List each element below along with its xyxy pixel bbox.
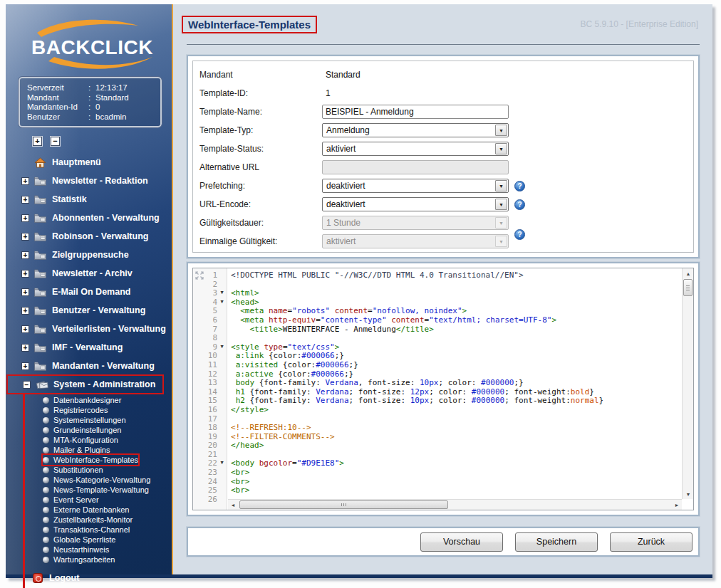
tree-toggle-icon[interactable]: +	[21, 251, 29, 259]
fold-arrow-icon[interactable]: ▼	[217, 288, 227, 298]
select-value: deaktiviert	[326, 181, 365, 191]
sidebar-item-zielgruppensuche[interactable]: +Zielgruppensuche	[6, 246, 172, 264]
fold-arrow-icon[interactable]: ▼	[217, 458, 227, 468]
scroll-right-icon[interactable]: ►	[672, 500, 682, 510]
sidebar-subitem-mta-konfiguration[interactable]: MTA-Konfiguration	[43, 435, 118, 445]
sidebar-item-label: Hauptmenü	[52, 157, 101, 167]
submenu-row: Mailer & Plugins	[6, 445, 172, 455]
form-label: Template-ID:	[193, 88, 322, 98]
text-input[interactable]	[322, 105, 509, 119]
select-dropdown[interactable]: aktiviert▼	[322, 142, 509, 156]
tree-toggle-icon[interactable]: +	[21, 288, 29, 296]
folder-icon	[34, 269, 47, 278]
scroll-up-icon[interactable]: ▲	[683, 268, 693, 278]
gutter-line: 25	[193, 485, 227, 495]
sidebar-subitem-globale-sperrliste[interactable]: Globale Sperrliste	[43, 535, 115, 545]
help-icon[interactable]: ?	[514, 181, 525, 191]
expand-all-icon[interactable]: +	[33, 137, 42, 146]
form-label: Alternative URL	[193, 162, 322, 172]
fold-arrow-icon[interactable]: ▼	[217, 298, 227, 307]
sidebar-subitem-transaktions-channel[interactable]: Transaktions-Channel	[43, 525, 130, 535]
select-disabled: aktiviert▼	[322, 234, 509, 248]
horizontal-scroll-thumb[interactable]	[239, 500, 448, 509]
sidebar-subitem-news-kategorie-verwaltung[interactable]: News-Kategorie-Verwaltung	[43, 475, 150, 485]
fullscreen-icon[interactable]	[195, 271, 204, 280]
sidebar-subitem-zustellbarkeits-monitor[interactable]: Zustellbarkeits-Monitor	[43, 515, 133, 525]
code-text-area[interactable]: <!DOCTYPE HTML PUBLIC "-//W3C//DTD HTML …	[228, 268, 682, 499]
sidebar-item-mandanten-verwaltung[interactable]: +Mandanten - Verwaltung	[6, 357, 172, 375]
sidebar-item-system-administration[interactable]: −System - Administration	[7, 375, 163, 394]
gutter-line: 21	[193, 450, 227, 459]
tree-toggle-icon[interactable]: +	[21, 233, 29, 241]
fold-arrow-icon[interactable]: ▼	[217, 342, 227, 352]
sidebar-subitem-news-template-verwaltung[interactable]: News-Template-Verwaltung	[43, 485, 149, 495]
vorschau-button[interactable]: Vorschau	[420, 532, 503, 552]
tree-toggle-icon[interactable]: +	[21, 362, 29, 370]
sidebar-item-imf-verwaltung[interactable]: +IMF - Verwaltung	[6, 338, 172, 357]
form-label: Einmalige Gültigkeit:	[193, 236, 322, 246]
sidebar-subitem-neustarthinweis[interactable]: Neustarthinweis	[43, 545, 109, 555]
main-menu: Hauptmenü+Newsletter - Redaktion+Statist…	[6, 153, 172, 565]
scroll-down-icon[interactable]: ▼	[683, 489, 693, 499]
sidebar-item-hauptmenü[interactable]: Hauptmenü	[6, 153, 172, 172]
server-info-value: Standard	[95, 93, 129, 103]
bullet-icon	[43, 417, 49, 424]
tree-toggle-icon[interactable]: +	[21, 214, 29, 222]
bullet-icon	[43, 557, 49, 563]
sidebar-item-abonnenten-verwaltung[interactable]: +Abonnenten - Verwaltung	[6, 209, 172, 227]
sidebar-subitem-wartungsarbeiten[interactable]: Wartungsarbeiten	[43, 555, 115, 565]
sidebar-subitem-webinterface-templates[interactable]: WebInterface-Templates	[43, 455, 138, 465]
tree-toggle-icon[interactable]: +	[21, 307, 29, 315]
scroll-left-icon[interactable]: ◄	[228, 500, 238, 510]
form-row: URL-Encode:deaktiviert▼?	[193, 195, 693, 214]
tree-toggle-icon[interactable]: +	[21, 196, 29, 204]
sidebar-item-newsletter-archiv[interactable]: +Newsletter - Archiv	[6, 264, 172, 283]
select-dropdown[interactable]: deaktiviert▼	[322, 197, 509, 211]
help-icon[interactable]: ?	[514, 199, 525, 210]
tree-toggle-icon[interactable]: +	[21, 177, 29, 185]
collapse-all-icon[interactable]: −	[51, 137, 60, 146]
editor-horizontal-scrollbar[interactable]: ◄ ►	[228, 499, 682, 510]
sidebar-subitem-substitutionen[interactable]: Substitutionen	[43, 465, 103, 475]
tree-toggle-icon[interactable]: −	[23, 381, 31, 389]
line-number: 21	[194, 450, 217, 459]
sidebar-item-robinson-verwaltung[interactable]: +Robinson - Verwaltung	[6, 227, 172, 246]
tree-toggle-icon[interactable]: +	[21, 344, 29, 352]
help-icon[interactable]: ?	[514, 229, 525, 240]
vertical-scroll-thumb[interactable]	[683, 279, 693, 296]
tree-toggle-icon[interactable]: +	[21, 325, 29, 333]
sidebar-subitem-datenbankdesigner[interactable]: Datenbankdesigner	[43, 395, 121, 405]
footer-buttons: VorschauSpeichernZurück	[187, 527, 700, 557]
code-line: h1 {font-family: Verdana; font-size: 12p…	[231, 387, 682, 397]
subitem-label: Globale Sperrliste	[53, 535, 115, 544]
sidebar-item-statistik[interactable]: +Statistik	[6, 190, 172, 209]
form-control: 1 Stunde▼?	[322, 216, 509, 230]
sidebar-subitem-grundeinstellungen[interactable]: Grundeinstellungen	[43, 425, 121, 435]
sidebar-subitem-mailer-plugins[interactable]: Mailer & Plugins	[43, 445, 110, 455]
sidebar-subitem-externe-datenbanken[interactable]: Externe Datenbanken	[43, 505, 129, 515]
code-line: <!--FILTER-COMMENTS-->	[231, 432, 682, 441]
sidebar-item-verteilerlisten-verwaltung[interactable]: +Verteilerlisten - Verwaltung	[6, 320, 172, 338]
sidebar-item-newsletter-redaktion[interactable]: +Newsletter - Redaktion	[6, 172, 172, 190]
select-disabled: 1 Stunde▼	[322, 216, 509, 230]
form-control: Anmeldung▼	[322, 123, 509, 137]
tree-toggle-icon[interactable]: +	[21, 270, 29, 278]
line-number: 22	[194, 458, 217, 468]
select-dropdown[interactable]: Anmeldung▼	[322, 123, 509, 137]
sidebar-subitem-systemeinstellungen[interactable]: Systemeinstellungen	[43, 415, 126, 425]
chevron-down-icon: ▼	[495, 125, 507, 136]
gutter-line: 7	[193, 325, 227, 334]
bullet-icon	[43, 517, 49, 523]
sidebar-subitem-registriercodes[interactable]: Registriercodes	[43, 405, 108, 415]
sidebar-item-label: Zielgruppensuche	[52, 250, 129, 260]
speichern-button[interactable]: Speichern	[515, 532, 598, 552]
editor-vertical-scrollbar[interactable]: ▲ ▼	[682, 268, 693, 499]
sidebar-subitem-event-server[interactable]: Event Server	[43, 495, 99, 505]
sidebar-item-logout[interactable]: Logout	[33, 573, 172, 583]
zurück-button[interactable]: Zurück	[610, 532, 693, 552]
sidebar-item-benutzer-verwaltung[interactable]: +Benutzer - Verwaltung	[6, 301, 172, 320]
line-number: 18	[194, 423, 217, 432]
select-dropdown[interactable]: deaktiviert▼	[322, 179, 509, 193]
server-info-label: Benutzer	[27, 112, 88, 122]
sidebar-item-e-mail-on-demand[interactable]: +E-Mail On Demand	[6, 283, 172, 301]
